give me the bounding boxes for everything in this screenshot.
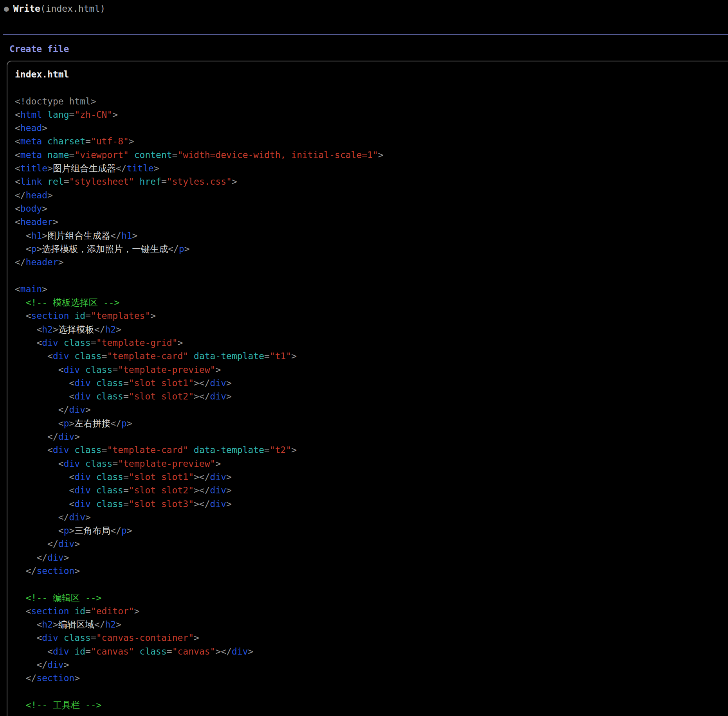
code-token: </ [15, 432, 58, 442]
code-token: name [47, 150, 69, 160]
code-token: = [172, 150, 178, 160]
code-token: charset [47, 136, 85, 146]
code-token: < [15, 391, 74, 401]
code-line: <h2>选择模板</h2> [15, 323, 728, 336]
code-token [134, 176, 140, 187]
code-token: 编辑区域 [58, 619, 94, 630]
code-token: section [36, 673, 74, 683]
code-token: id [74, 646, 85, 657]
code-line: <h1>图片组合生成器</h1> [15, 229, 728, 242]
code-token: div [74, 499, 91, 509]
code-token: > [53, 217, 58, 227]
code-token: "slot slot1" [129, 378, 194, 388]
code-token: < [15, 459, 64, 469]
code-token: ></ [194, 472, 210, 482]
code-token: > [248, 646, 254, 657]
code-line: </header> [15, 255, 728, 269]
code-token: > [134, 606, 140, 616]
code-token: "t1" [270, 351, 291, 361]
code-token: div [64, 365, 80, 375]
code-token: > [69, 418, 74, 428]
code-token: rel [47, 176, 64, 187]
code-token: < [15, 619, 42, 630]
code-token: ></ [194, 485, 210, 495]
code-token: > [116, 619, 121, 630]
code-token: < [15, 284, 20, 294]
code-line: <head> [15, 121, 728, 135]
code-token [42, 136, 47, 146]
code-token: > [378, 150, 384, 160]
code-line: <div class="canvas-container"> [15, 631, 728, 644]
code-token: section [31, 311, 69, 321]
code-token: class [140, 646, 167, 657]
code-token: p [121, 525, 127, 536]
code-token: p [179, 244, 184, 254]
code-token: section [31, 606, 69, 616]
code-token: > [232, 176, 237, 187]
code-line: <p>三角布局</p> [15, 524, 728, 537]
code-token: header [20, 217, 53, 227]
code-line: <section id="editor"> [15, 604, 728, 618]
code-token: > [127, 418, 132, 428]
code-line: </section> [15, 671, 728, 685]
code-token: ></ [194, 378, 210, 388]
code-token: > [74, 673, 80, 683]
code-line: </div> [15, 537, 728, 550]
code-token: meta [20, 136, 42, 146]
code-token: < [15, 163, 20, 173]
code-line: </div> [15, 511, 728, 524]
code-token: class [96, 499, 123, 509]
code-token: "template-card" [107, 445, 188, 455]
code-line: <div class="slot slot3"></div> [15, 497, 728, 511]
code-line: <meta name="viewport" content="width=dev… [15, 148, 728, 162]
code-token [91, 378, 96, 388]
code-token: = [85, 606, 91, 616]
code-line: <div class="template-card" data-template… [15, 443, 728, 457]
code-token [80, 365, 85, 375]
code-line: <title>图片组合生成器</title> [15, 162, 728, 175]
code-token: div [58, 539, 75, 549]
code-token: ></ [194, 499, 210, 509]
code-token: 左右拼接 [74, 418, 110, 428]
code-token: > [42, 284, 47, 294]
code-token [91, 472, 96, 482]
code-token: > [127, 525, 132, 536]
code-token: < [15, 472, 74, 482]
code-token: > [85, 405, 91, 415]
code-token: class [96, 391, 123, 401]
code-token: > [116, 324, 121, 335]
code-token: < [15, 203, 20, 214]
code-token: title [20, 163, 47, 173]
code-token: = [123, 391, 129, 401]
code-token: "slot slot1" [129, 472, 194, 482]
code-token: > [177, 338, 183, 348]
code-token: < [15, 150, 20, 160]
code-token: </ [15, 190, 26, 200]
code-token: "canvas" [91, 646, 134, 657]
code-token: = [264, 445, 270, 455]
code-token: div [47, 552, 64, 563]
code-token: p [64, 418, 69, 428]
code-token [91, 391, 96, 401]
code-token: < [15, 646, 53, 657]
code-token: < [15, 244, 31, 254]
code-token: 选择模板 [58, 324, 94, 335]
code-token: body [20, 203, 42, 214]
code-token: div [74, 378, 91, 388]
code-token: > [194, 633, 199, 643]
code-token: < [15, 176, 20, 187]
code-token: < [15, 365, 64, 375]
code-line: <meta charset="utf-8"> [15, 135, 728, 148]
code-token: > [64, 552, 69, 563]
code-line: <!-- 编辑区 --> [15, 591, 728, 604]
code-token [58, 338, 64, 348]
code-token: div [210, 378, 227, 388]
code-token [15, 700, 26, 710]
code-token: "viewport" [74, 150, 128, 160]
code-token: class [64, 338, 91, 348]
code-token: div [210, 485, 227, 495]
code-token: p [64, 525, 69, 536]
code-token: div [232, 646, 248, 657]
code-line: <div class="slot slot2"></div> [15, 484, 728, 497]
code-token: class [74, 351, 101, 361]
